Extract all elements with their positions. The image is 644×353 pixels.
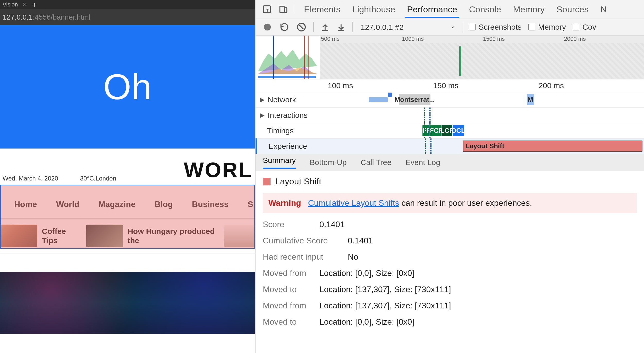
reload-icon[interactable] — [279, 22, 290, 32]
detail-tab-bottom-up[interactable]: Bottom-Up — [310, 158, 346, 167]
detail-value: No — [348, 252, 358, 262]
track-label-text: Network — [268, 95, 296, 104]
tick: 100 ms — [328, 81, 433, 90]
detail-value: Location: [137,307], Size: [730x111] — [319, 301, 451, 310]
network-request[interactable]: M — [527, 94, 534, 105]
nav-item-business[interactable]: Business — [192, 200, 228, 209]
detail-value: 0.1401 — [319, 220, 345, 229]
detail-key: Moved from — [263, 268, 314, 278]
inspect-icon[interactable] — [262, 5, 272, 14]
overview-selected-range[interactable] — [256, 36, 320, 79]
coverage-checkbox[interactable]: Cov — [573, 23, 596, 31]
track-ruler: 100 ms 150 ms 200 ms — [256, 79, 644, 92]
clear-icon[interactable] — [296, 22, 307, 32]
detail-row: Had recent inputNo — [263, 252, 637, 262]
network-request[interactable]: Montserrat... — [399, 94, 430, 105]
tick: 200 ms — [539, 81, 644, 90]
overview-canvas[interactable] — [320, 43, 644, 79]
overview-marker — [459, 46, 461, 76]
detail-title: Layout Shift — [263, 176, 637, 186]
track-timings[interactable]: Timings FP FCP LCP DCL — [256, 123, 644, 138]
session-select[interactable]: 127.0.0.1 #2 — [360, 23, 455, 32]
tab-console[interactable]: Console — [467, 1, 503, 18]
tick: 2000 ms — [563, 36, 644, 43]
featured-card[interactable]: How Hungary produced the — [86, 225, 218, 247]
nav-item-magazine[interactable]: Magazine — [98, 200, 135, 209]
network-request[interactable] — [369, 97, 388, 102]
thumbnail-image — [224, 225, 255, 247]
color-swatch — [263, 178, 270, 185]
tick: 1500 ms — [482, 36, 563, 43]
thumbnail-image — [86, 225, 123, 247]
tab-more[interactable]: N — [598, 1, 609, 18]
screenshots-checkbox[interactable]: Screenshots — [469, 23, 522, 31]
featured-card[interactable]: Coffee Tips — [0, 225, 80, 247]
hero-banner: Oh — [0, 25, 255, 149]
detail-key: Cumulative Score — [263, 236, 343, 245]
browser-tab[interactable]: Vision × — [3, 1, 26, 8]
nav-item-home[interactable]: Home — [14, 200, 37, 209]
nav-item-more[interactable]: S — [248, 200, 253, 209]
article-hero-image — [0, 272, 255, 334]
tab-performance[interactable]: Performance — [405, 1, 459, 18]
detail-value: Location: [0,0], Size: [0x0] — [319, 317, 414, 327]
detail-key: Moved from — [263, 301, 314, 310]
weather-label: 30°C,London — [80, 175, 116, 182]
timing-lcp[interactable]: LCP — [442, 125, 452, 136]
performance-toolbar: 127.0.0.1 #2 Screenshots Memory Cov — [256, 19, 644, 36]
primary-nav: Home World Magazine Blog Business S — [0, 185, 255, 219]
detail-panel: Layout Shift Warning Cumulative Layout S… — [256, 171, 644, 353]
network-request[interactable] — [388, 93, 392, 97]
detail-key: Moved to — [263, 317, 314, 327]
tab-title: Vision — [3, 1, 18, 8]
detail-value: Location: [0,0], Size: [0x0] — [319, 268, 414, 278]
save-profile-icon[interactable] — [336, 22, 346, 32]
detail-value: 0.1401 — [348, 236, 373, 245]
track-label-text: Timings — [267, 126, 294, 135]
url: 127.0.0.1:4556/banner.html — [3, 13, 90, 21]
tick: 500 ms — [320, 36, 401, 43]
detail-row: Score0.1401 — [263, 220, 637, 229]
overview-ruler: 500 ms 1000 ms 1500 ms 2000 ms — [320, 36, 644, 43]
device-toggle-icon[interactable] — [279, 5, 288, 14]
devtools-tabs: Elements Lighthouse Performance Console … — [256, 0, 644, 19]
detail-title-text: Layout Shift — [275, 176, 321, 186]
tick: 150 ms — [433, 81, 538, 90]
address-bar[interactable]: 127.0.0.1:4556/banner.html — [0, 9, 255, 25]
detail-tabs: Summary Bottom-Up Call Tree Event Log — [256, 154, 644, 171]
svg-rect-6 — [258, 76, 316, 78]
close-tab-icon[interactable]: × — [23, 1, 26, 8]
timing-dcl[interactable]: DCL — [453, 125, 464, 136]
memory-checkbox[interactable]: Memory — [528, 23, 566, 31]
card-title: Coffee Tips — [42, 227, 80, 245]
timing-fcp[interactable]: FCP — [431, 125, 442, 136]
date-label: Wed. March 4, 2020 — [3, 175, 58, 182]
timeline-overview[interactable]: 500 ms 1000 ms 1500 ms 2000 ms — [256, 36, 644, 79]
new-tab-icon[interactable]: ＋ — [31, 0, 38, 10]
card-title: How Hungary produced the — [128, 227, 218, 245]
cls-doc-link[interactable]: Cumulative Layout Shifts — [308, 198, 399, 208]
nav-item-world[interactable]: World — [56, 200, 79, 209]
warning-banner: Warning Cumulative Layout Shifts can res… — [263, 193, 637, 213]
url-host: 127.0.0.1 — [3, 13, 33, 21]
info-bar: Wed. March 4, 2020 30°C,London WORL — [0, 149, 255, 185]
detail-tab-call-tree[interactable]: Call Tree — [361, 158, 392, 167]
disclosure-icon[interactable]: ▶ — [260, 96, 265, 103]
load-profile-icon[interactable] — [320, 22, 330, 32]
tab-sources[interactable]: Sources — [554, 1, 591, 18]
nav-item-blog[interactable]: Blog — [155, 200, 173, 209]
detail-row: Cumulative Score0.1401 — [263, 236, 637, 245]
tab-lighthouse[interactable]: Lighthouse — [350, 1, 397, 18]
detail-tab-summary[interactable]: Summary — [263, 156, 296, 169]
track-network[interactable]: ▶Network Montserrat... M — [256, 92, 644, 107]
detail-key: Score — [263, 220, 314, 229]
record-icon[interactable] — [262, 22, 273, 32]
tab-elements[interactable]: Elements — [302, 1, 343, 18]
detail-tab-event-log[interactable]: Event Log — [405, 158, 440, 167]
tab-memory[interactable]: Memory — [511, 1, 547, 18]
track-experience[interactable]: Experience Layout Shift — [256, 138, 644, 154]
track-interactions[interactable]: ▶Interactions — [256, 107, 644, 123]
disclosure-icon[interactable]: ▶ — [260, 112, 265, 119]
devtools-panel: Elements Lighthouse Performance Console … — [255, 0, 644, 353]
experience-layout-shift[interactable]: Layout Shift — [463, 141, 642, 152]
